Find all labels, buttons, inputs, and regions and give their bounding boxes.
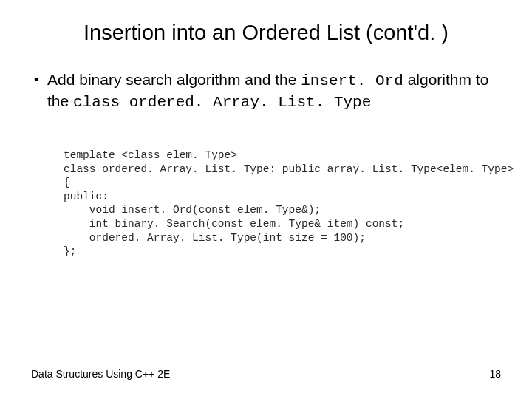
code-line-4: public: — [64, 191, 109, 202]
code-line-7: ordered. Array. List. Type(int size = 10… — [64, 232, 366, 244]
footer: Data Structures Using C++ 2E 18 — [31, 368, 501, 380]
code-block: template <class elem. Type> class ordere… — [64, 135, 505, 272]
code-line-1: template <class elem. Type> — [64, 149, 237, 161]
slide-title: Insertion into an Ordered List (cont'd. … — [27, 21, 505, 45]
slide: Insertion into an Ordered List (cont'd. … — [0, 0, 532, 399]
bullet-prefix: Add binary search algorithm and the — [47, 71, 301, 88]
code-line-8: }; — [64, 245, 76, 257]
code-line-6: int binary. Search(const elem. Type& ite… — [64, 218, 404, 230]
bullet-code-2: class ordered. Array. List. Type — [73, 94, 371, 111]
bullet-item: • Add binary search algorithm and the in… — [34, 70, 498, 113]
page-number: 18 — [489, 368, 501, 380]
bullet-text: Add binary search algorithm and the inse… — [47, 70, 498, 113]
code-line-3: { — [64, 177, 70, 188]
code-line-5: void insert. Ord(const elem. Type&); — [64, 204, 321, 216]
bullet-code-1: insert. Ord — [301, 72, 403, 89]
code-line-2: class ordered. Array. List. Type: public… — [64, 163, 514, 175]
footer-left: Data Structures Using C++ 2E — [31, 368, 170, 380]
bullet-dot-icon: • — [34, 70, 47, 89]
